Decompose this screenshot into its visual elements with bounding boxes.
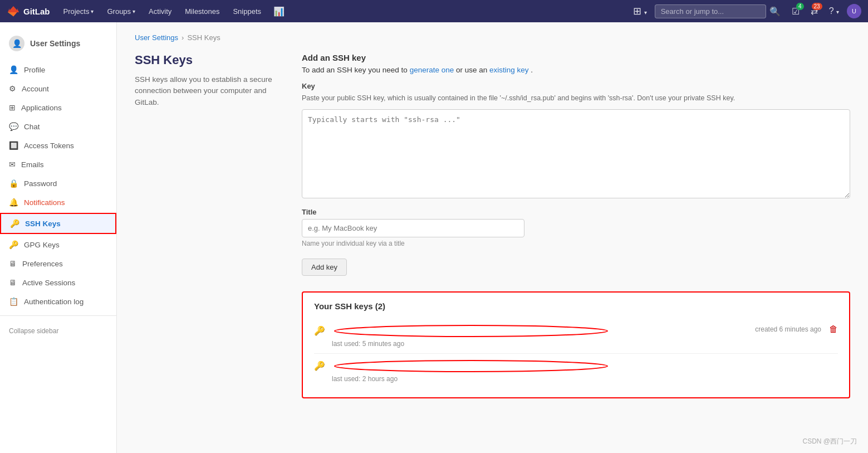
help-icon[interactable]: ? ▾ bbox=[826, 4, 842, 18]
ssh-keys-section: Your SSH keys (2) 🔑 last used: 5 minu bbox=[302, 291, 850, 398]
key-2-info: last used: 2 hours ago bbox=[332, 359, 831, 383]
todo-badge: 4 bbox=[796, 3, 804, 10]
key-2-last-used: last used: 2 hours ago bbox=[332, 375, 831, 383]
search-button[interactable]: 🔍 bbox=[766, 4, 784, 19]
svg-point-1 bbox=[335, 361, 607, 372]
key-1-created: created 6 minutes ago bbox=[755, 325, 821, 333]
svg-point-0 bbox=[335, 325, 607, 337]
key-1-last-used: last used: 5 minutes ago bbox=[332, 340, 748, 348]
key-1-delete-icon[interactable]: 🗑 bbox=[829, 324, 838, 334]
sidebar-item-profile[interactable]: 👤 Profile bbox=[0, 60, 116, 79]
sidebar-item-ssh-keys[interactable]: 🔑 SSH Keys bbox=[0, 213, 116, 234]
nav-snippets[interactable]: Snippets bbox=[228, 5, 266, 18]
sidebar-item-active-sessions[interactable]: 🖥 Active Sessions bbox=[0, 273, 116, 292]
nav-projects[interactable]: Projects ▾ bbox=[59, 5, 99, 18]
sidebar-item-auth-log[interactable]: 📋 Authentication log bbox=[0, 292, 116, 311]
ssh-keys-title: Your SSH keys (2) bbox=[314, 301, 838, 311]
todo-icon[interactable]: ☑ 4 bbox=[788, 4, 803, 19]
right-column: Add an SSH key To add an SSH key you nee… bbox=[302, 53, 850, 398]
existing-key-link[interactable]: existing key bbox=[489, 66, 529, 74]
page-title: SSH Keys bbox=[135, 53, 279, 67]
sidebar-item-notifications[interactable]: 🔔 Notifications bbox=[0, 193, 116, 212]
breadcrumb: User Settings › SSH Keys bbox=[135, 33, 850, 42]
add-ssh-section: Add an SSH key To add an SSH key you nee… bbox=[302, 53, 850, 276]
content-area: SSH Keys SSH keys allow you to establish… bbox=[135, 53, 850, 398]
add-section-title: Add an SSH key bbox=[302, 53, 850, 62]
key-2-ellipse bbox=[332, 359, 610, 373]
brand-logo[interactable]: GitLab bbox=[7, 4, 50, 18]
key-label: Key bbox=[302, 82, 850, 90]
title-hint: Name your individual key via a title bbox=[302, 240, 850, 247]
nav-groups[interactable]: Groups ▾ bbox=[102, 5, 140, 18]
merge-requests-badge: 23 bbox=[812, 3, 822, 10]
applications-icon: ⊞ bbox=[9, 103, 16, 112]
ssh-key-item-1: 🔑 last used: 5 minutes ago creat bbox=[314, 319, 838, 354]
key-description: Paste your public SSH key, which is usua… bbox=[302, 93, 850, 104]
nav-add-icon[interactable]: ⊞ ▾ bbox=[630, 3, 650, 20]
title-label: Title bbox=[302, 208, 850, 216]
key-1-name-row bbox=[332, 324, 748, 338]
nav-activity[interactable]: Activity bbox=[144, 5, 176, 18]
key-1-ellipse bbox=[332, 324, 610, 338]
emails-icon: ✉ bbox=[9, 160, 16, 169]
generate-link[interactable]: generate one bbox=[410, 66, 454, 74]
collapse-sidebar-btn[interactable]: Collapse sidebar bbox=[0, 320, 116, 342]
sidebar-header: 👤 User Settings bbox=[0, 31, 116, 60]
sidebar-user-icon: 👤 bbox=[9, 36, 24, 51]
sidebar-item-chat[interactable]: 💬 Chat bbox=[0, 117, 116, 136]
sidebar-item-gpg-keys[interactable]: 🔑 GPG Keys bbox=[0, 235, 116, 254]
ssh-key-item-2: 🔑 last used: 2 hours ago bbox=[314, 354, 838, 388]
access-tokens-icon: 🔲 bbox=[9, 141, 18, 150]
auth-log-icon: 📋 bbox=[9, 297, 18, 306]
sidebar-item-emails[interactable]: ✉ Emails bbox=[0, 155, 116, 174]
chat-icon: 💬 bbox=[9, 122, 18, 131]
ssh-keys-icon: 🔑 bbox=[10, 219, 19, 228]
projects-caret-icon: ▾ bbox=[91, 8, 94, 14]
key-2-name-row bbox=[332, 359, 831, 373]
preferences-icon: 🖥 bbox=[9, 259, 17, 268]
search-input[interactable] bbox=[655, 4, 766, 18]
title-input[interactable] bbox=[302, 219, 524, 237]
notifications-icon: 🔔 bbox=[9, 198, 18, 207]
page-description: SSH keys allow you to establish a secure… bbox=[135, 74, 279, 108]
gitlab-logo-icon bbox=[7, 4, 20, 18]
sidebar-item-password[interactable]: 🔒 Password bbox=[0, 174, 116, 193]
key-1-right: created 6 minutes ago 🗑 bbox=[755, 324, 838, 334]
sidebar-item-account[interactable]: ⚙ Account bbox=[0, 79, 116, 98]
merge-requests-icon[interactable]: ⇄ 23 bbox=[807, 4, 821, 19]
sidebar-item-preferences[interactable]: 🖥 Preferences bbox=[0, 254, 116, 273]
account-icon: ⚙ bbox=[9, 84, 16, 93]
password-icon: 🔒 bbox=[9, 179, 18, 188]
add-key-button[interactable]: Add key bbox=[302, 259, 347, 276]
key-1-info: last used: 5 minutes ago bbox=[332, 324, 748, 348]
groups-caret-icon: ▾ bbox=[133, 8, 135, 14]
profile-icon: 👤 bbox=[9, 65, 18, 74]
key-1-icon: 🔑 bbox=[314, 325, 325, 336]
brand-name: GitLab bbox=[23, 7, 50, 16]
key-2-icon: 🔑 bbox=[314, 361, 325, 371]
sidebar: 👤 User Settings 👤 Profile ⚙ Account ⊞ Ap… bbox=[0, 22, 117, 453]
sidebar-item-applications[interactable]: ⊞ Applications bbox=[0, 98, 116, 117]
user-avatar[interactable]: U bbox=[847, 4, 861, 18]
gpg-keys-icon: 🔑 bbox=[9, 240, 18, 249]
sidebar-divider bbox=[0, 315, 116, 316]
main-content: User Settings › SSH Keys SSH Keys SSH ke… bbox=[117, 22, 868, 453]
nav-chart-icon[interactable]: 📊 bbox=[270, 4, 288, 19]
breadcrumb-current: SSH Keys bbox=[187, 33, 220, 42]
left-column: SSH Keys SSH keys allow you to establish… bbox=[135, 53, 279, 398]
nav-milestones[interactable]: Milestones bbox=[180, 5, 224, 18]
sidebar-title: User Settings bbox=[30, 39, 80, 48]
top-navbar: GitLab Projects ▾ Groups ▾ Activity Mile… bbox=[0, 0, 868, 22]
breadcrumb-parent[interactable]: User Settings bbox=[135, 33, 178, 42]
breadcrumb-separator: › bbox=[182, 33, 184, 42]
add-intro-text: To add an SSH key you need to generate o… bbox=[302, 66, 850, 74]
sidebar-item-access-tokens[interactable]: 🔲 Access Tokens bbox=[0, 136, 116, 155]
key-textarea[interactable] bbox=[302, 109, 850, 198]
active-sessions-icon: 🖥 bbox=[9, 278, 17, 287]
